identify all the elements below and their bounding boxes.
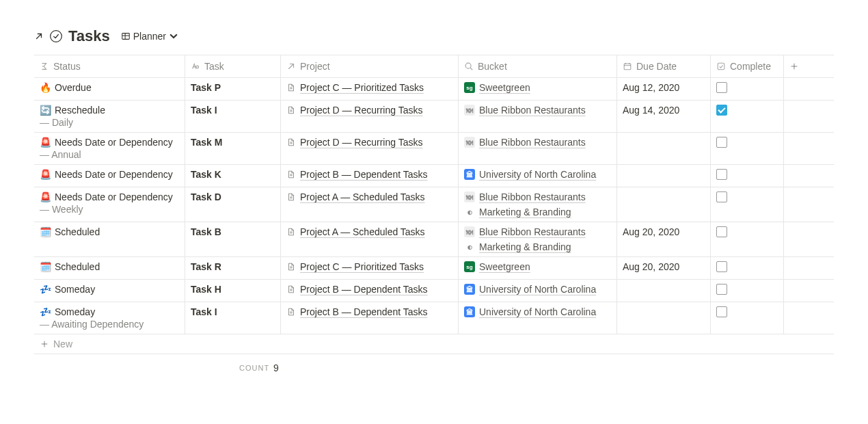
table-row[interactable]: 🚨Needs Date or Dependency— AnnualTask MP…: [34, 133, 834, 165]
col-header-task[interactable]: Task: [185, 55, 281, 77]
cell-task[interactable]: Task P: [185, 78, 281, 100]
project-link[interactable]: Project D — Recurring Tasks: [300, 105, 422, 116]
cell-bucket[interactable]: 🍽Blue Ribbon Restaurants: [459, 101, 617, 132]
bucket-link[interactable]: Marketing & Branding: [479, 241, 571, 252]
cell-bucket[interactable]: sgSweetgreen: [459, 78, 617, 100]
col-header-complete[interactable]: Complete: [711, 55, 784, 77]
cell-complete[interactable]: [711, 165, 784, 187]
cell-bucket[interactable]: 🍽Blue Ribbon Restaurants: [459, 133, 617, 164]
table-row[interactable]: 🗓️ScheduledTask RProject C — Prioritized…: [34, 257, 834, 280]
task-name: Task M: [191, 137, 275, 148]
complete-checkbox[interactable]: [716, 261, 727, 272]
cell-task[interactable]: Task B: [185, 222, 281, 256]
cell-due-date[interactable]: Aug 14, 2020: [617, 101, 711, 132]
cell-project[interactable]: Project B — Dependent Tasks: [281, 280, 459, 302]
cell-project[interactable]: Project C — Prioritized Tasks: [281, 78, 459, 100]
cell-task[interactable]: Task H: [185, 280, 281, 302]
bucket-chip-icon: 🍽: [464, 137, 475, 148]
cell-task[interactable]: Task I: [185, 302, 281, 334]
cell-project[interactable]: Project B — Dependent Tasks: [281, 165, 459, 187]
view-picker[interactable]: Planner: [121, 31, 178, 42]
cell-complete[interactable]: [711, 257, 784, 279]
cell-bucket[interactable]: 🍽Blue Ribbon Restaurants◐Marketing & Bra…: [459, 187, 617, 222]
cell-complete[interactable]: [711, 280, 784, 302]
cell-due-date[interactable]: [617, 133, 711, 164]
cell-task[interactable]: Task R: [185, 257, 281, 279]
complete-checkbox[interactable]: [716, 169, 727, 180]
table-row[interactable]: 🗓️ScheduledTask BProject A — Scheduled T…: [34, 222, 834, 257]
col-header-project[interactable]: Project: [281, 55, 459, 77]
bucket-link[interactable]: University of North Carolina: [479, 169, 596, 180]
project-link[interactable]: Project C — Prioritized Tasks: [300, 82, 424, 93]
complete-checkbox[interactable]: [716, 137, 727, 148]
project-link[interactable]: Project B — Dependent Tasks: [300, 169, 428, 180]
project-link[interactable]: Project C — Prioritized Tasks: [300, 261, 424, 272]
cell-project[interactable]: Project A — Scheduled Tasks: [281, 222, 459, 256]
cell-bucket[interactable]: 🏛University of North Carolina: [459, 302, 617, 334]
cell-task[interactable]: Task M: [185, 133, 281, 164]
page-title: Tasks: [68, 27, 110, 45]
cell-project[interactable]: Project A — Scheduled Tasks: [281, 187, 459, 222]
due-date-text: Aug 14, 2020: [623, 105, 705, 116]
complete-checkbox[interactable]: [716, 82, 727, 93]
table-row[interactable]: 🚨Needs Date or DependencyTask KProject B…: [34, 165, 834, 187]
col-header-status[interactable]: Status: [34, 55, 185, 77]
col-header-due[interactable]: Due Date: [617, 55, 711, 77]
bucket-link[interactable]: Sweetgreen: [479, 82, 530, 93]
bucket-link[interactable]: Blue Ribbon Restaurants: [479, 226, 586, 237]
cell-due-date[interactable]: Aug 20, 2020: [617, 257, 711, 279]
cell-due-date[interactable]: Aug 12, 2020: [617, 78, 711, 100]
cell-complete[interactable]: [711, 101, 784, 132]
cell-bucket[interactable]: 🏛University of North Carolina: [459, 165, 617, 187]
cell-task[interactable]: Task I: [185, 101, 281, 132]
cell-complete[interactable]: [711, 302, 784, 334]
cell-project[interactable]: Project D — Recurring Tasks: [281, 101, 459, 132]
cell-project[interactable]: Project C — Prioritized Tasks: [281, 257, 459, 279]
cell-bucket[interactable]: sgSweetgreen: [459, 257, 617, 279]
open-as-page-icon[interactable]: [34, 31, 44, 41]
task-name: Task D: [191, 191, 275, 202]
cell-complete[interactable]: [711, 187, 784, 222]
table-row[interactable]: 🔥OverdueTask PProject C — Prioritized Ta…: [34, 78, 834, 101]
cell-bucket[interactable]: 🍽Blue Ribbon Restaurants◐Marketing & Bra…: [459, 222, 617, 256]
bucket-link[interactable]: Blue Ribbon Restaurants: [479, 191, 586, 202]
complete-checkbox[interactable]: [716, 306, 727, 317]
bucket-link[interactable]: Blue Ribbon Restaurants: [479, 137, 586, 148]
cell-project[interactable]: Project D — Recurring Tasks: [281, 133, 459, 164]
add-column-button[interactable]: [784, 55, 833, 77]
project-link[interactable]: Project A — Scheduled Tasks: [300, 191, 425, 202]
project-link[interactable]: Project B — Dependent Tasks: [300, 284, 428, 295]
col-header-bucket[interactable]: Bucket: [459, 55, 617, 77]
cell-project[interactable]: Project B — Dependent Tasks: [281, 302, 459, 334]
cell-due-date[interactable]: [617, 280, 711, 302]
table-row[interactable]: 💤Someday— Awaiting DependencyTask IProje…: [34, 302, 834, 334]
bucket-link[interactable]: Sweetgreen: [479, 261, 530, 272]
table-row[interactable]: 💤SomedayTask HProject B — Dependent Task…: [34, 280, 834, 302]
table-row[interactable]: 🔄Reschedule— DailyTask IProject D — Recu…: [34, 101, 834, 133]
cell-due-date[interactable]: [617, 165, 711, 187]
cell-complete[interactable]: [711, 133, 784, 164]
bucket-link[interactable]: University of North Carolina: [479, 284, 596, 295]
project-link[interactable]: Project B — Dependent Tasks: [300, 306, 428, 317]
complete-checkbox[interactable]: [716, 226, 727, 237]
cell-complete[interactable]: [711, 222, 784, 256]
new-row-button[interactable]: New: [34, 334, 834, 354]
project-link[interactable]: Project D — Recurring Tasks: [300, 137, 422, 148]
cell-status: 🗓️Scheduled: [34, 222, 185, 256]
bucket-link[interactable]: Blue Ribbon Restaurants: [479, 105, 586, 116]
complete-checkbox[interactable]: [716, 191, 727, 202]
cell-due-date[interactable]: [617, 187, 711, 222]
complete-checkbox[interactable]: [716, 105, 727, 116]
project-link[interactable]: Project A — Scheduled Tasks: [300, 226, 425, 237]
bucket-link[interactable]: University of North Carolina: [479, 306, 596, 317]
cell-task[interactable]: Task K: [185, 165, 281, 187]
cell-bucket[interactable]: 🏛University of North Carolina: [459, 280, 617, 302]
cell-due-date[interactable]: Aug 20, 2020: [617, 222, 711, 256]
bucket-chip-icon: sg: [464, 261, 475, 272]
cell-task[interactable]: Task D: [185, 187, 281, 222]
complete-checkbox[interactable]: [716, 284, 727, 295]
cell-complete[interactable]: [711, 78, 784, 100]
table-row[interactable]: 🚨Needs Date or Dependency— WeeklyTask DP…: [34, 187, 834, 222]
cell-due-date[interactable]: [617, 302, 711, 334]
bucket-link[interactable]: Marketing & Branding: [479, 207, 571, 217]
